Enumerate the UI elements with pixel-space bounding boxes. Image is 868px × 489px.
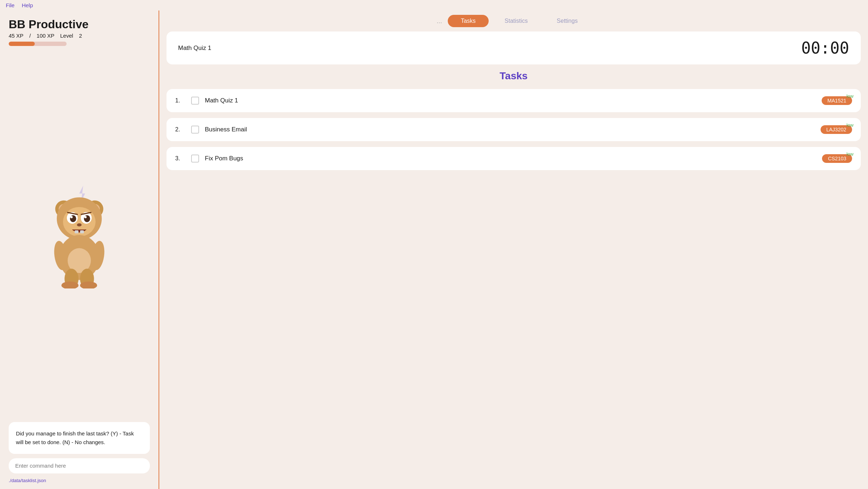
task-name-2: Business Email bbox=[205, 126, 815, 133]
task-name-1: Math Quiz 1 bbox=[205, 97, 816, 104]
message-text: Did you manage to finish the last task? … bbox=[16, 430, 134, 445]
timer-label: Math Quiz 1 bbox=[178, 45, 211, 52]
xp-line: 45 XP / 100 XP Level 2 bbox=[9, 33, 150, 39]
character-area bbox=[9, 46, 150, 422]
task-priority-1: low bbox=[846, 93, 854, 99]
tab-tasks[interactable]: Tasks bbox=[448, 15, 489, 27]
task-card: 2. Business Email LAJ3202 low bbox=[167, 118, 861, 141]
progress-bar-fill bbox=[9, 42, 35, 46]
command-input-wrapper[interactable] bbox=[9, 458, 150, 473]
tab-bar: ... Tasks Statistics Settings bbox=[159, 10, 868, 31]
tab-statistics[interactable]: Statistics bbox=[492, 15, 541, 27]
task-number: 1. bbox=[175, 97, 185, 104]
menu-help[interactable]: Help bbox=[22, 2, 33, 8]
task-name-3: Fix Pom Bugs bbox=[205, 155, 816, 162]
menu-file[interactable]: File bbox=[6, 2, 14, 8]
message-bubble: Did you manage to finish the last task? … bbox=[9, 422, 150, 454]
command-input[interactable] bbox=[15, 463, 143, 469]
task-number: 2. bbox=[175, 126, 185, 133]
app-title: BB Productive bbox=[9, 18, 150, 31]
tab-dots: ... bbox=[437, 17, 442, 25]
progress-bar-bg bbox=[9, 42, 67, 46]
level-value: 2 bbox=[79, 33, 82, 39]
menu-bar: File Help bbox=[0, 0, 868, 10]
task-priority-2: low bbox=[846, 122, 854, 128]
level-label: Level bbox=[60, 33, 73, 39]
right-panel: ... Tasks Statistics Settings Math Quiz … bbox=[159, 10, 868, 489]
svg-rect-17 bbox=[80, 230, 84, 233]
task-checkbox-3[interactable] bbox=[191, 155, 199, 163]
xp-max: 100 XP bbox=[37, 33, 54, 39]
file-path: ./data/tasklist.json bbox=[9, 478, 150, 483]
task-checkbox-2[interactable] bbox=[191, 126, 199, 134]
xp-separator: / bbox=[29, 33, 31, 39]
svg-rect-16 bbox=[75, 230, 79, 233]
tasks-section: Tasks 1. Math Quiz 1 MA1521 low 2. Busin… bbox=[159, 70, 868, 176]
timer-display: 00:00 bbox=[801, 39, 849, 57]
svg-point-11 bbox=[70, 216, 72, 218]
task-card: 1. Math Quiz 1 MA1521 low bbox=[167, 89, 861, 112]
timer-card: Math Quiz 1 00:00 bbox=[167, 31, 861, 64]
task-checkbox-1[interactable] bbox=[191, 97, 199, 105]
task-number: 3. bbox=[175, 155, 185, 162]
character-illustration bbox=[39, 180, 119, 288]
svg-point-12 bbox=[84, 216, 87, 218]
main-layout: BB Productive 45 XP / 100 XP Level 2 bbox=[0, 10, 868, 489]
task-list: 1. Math Quiz 1 MA1521 low 2. Business Em… bbox=[167, 89, 861, 170]
tasks-heading: Tasks bbox=[167, 70, 861, 82]
task-priority-3: low bbox=[846, 151, 854, 157]
xp-current: 45 XP bbox=[9, 33, 24, 39]
task-card: 3. Fix Pom Bugs CS2103 low bbox=[167, 147, 861, 170]
tab-settings[interactable]: Settings bbox=[544, 15, 591, 27]
svg-point-15 bbox=[77, 223, 82, 227]
sidebar: BB Productive 45 XP / 100 XP Level 2 bbox=[0, 10, 159, 489]
